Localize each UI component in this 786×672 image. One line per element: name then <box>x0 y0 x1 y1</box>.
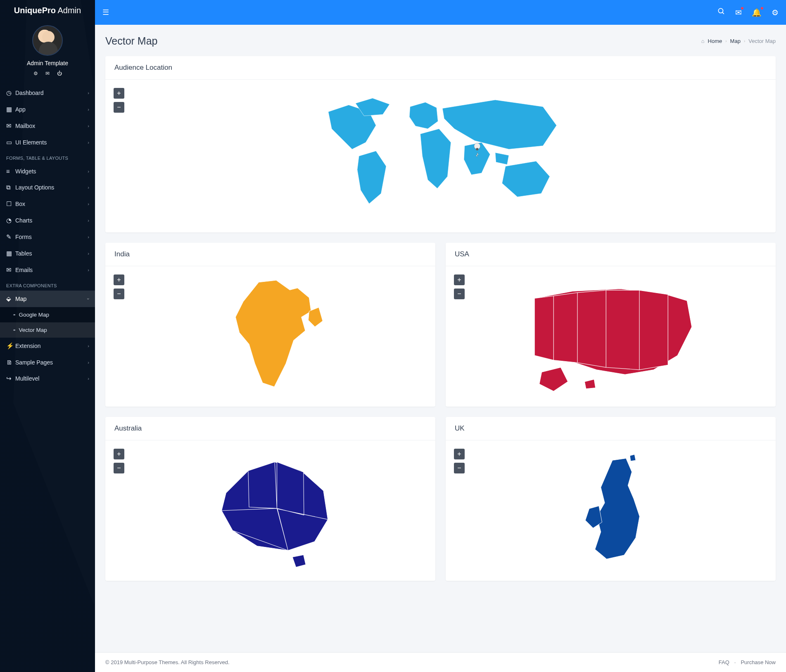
sidebar-item-widgets[interactable]: ≡Widgets› <box>0 163 95 179</box>
zoom-in-button[interactable]: + <box>454 274 465 285</box>
sidebar-item-mailbox[interactable]: ✉Mailbox› <box>0 118 95 134</box>
share-icon: ↪ <box>6 375 15 382</box>
sidebar-item-app[interactable]: ▦App› <box>0 101 95 118</box>
card-title: Audience Location <box>105 56 776 80</box>
badge-dot <box>761 7 763 9</box>
footer: © 2019 Multi-Purpose Themes. All Rights … <box>95 652 786 672</box>
chevron-right-icon: › <box>725 39 727 43</box>
chevron-right-icon: › <box>88 360 89 365</box>
card-australia: Australia + − <box>105 417 435 581</box>
gear-icon[interactable]: ⚙ <box>33 71 38 76</box>
dots-icon: ••• <box>13 313 14 317</box>
zoom-out-button[interactable]: − <box>114 102 124 113</box>
breadcrumb-map[interactable]: Map <box>730 38 741 44</box>
chevron-right-icon: › <box>88 140 89 145</box>
footer-purchase-link[interactable]: Purchase Now <box>741 659 776 665</box>
nav-header-forms: FORMS, TABLE & LAYOUTS <box>0 151 95 163</box>
dots-icon: ••• <box>13 328 14 332</box>
laptop-icon: ▭ <box>6 139 15 146</box>
chevron-right-icon: › <box>88 218 89 223</box>
svg-line-1 <box>722 12 724 14</box>
chevron-right-icon: › <box>88 169 89 174</box>
list-icon: ≡ <box>6 168 15 175</box>
sidebar-item-multilevel[interactable]: ↪Multilevel› <box>0 370 95 387</box>
card-title: India <box>105 243 435 266</box>
chevron-right-icon: › <box>88 251 89 256</box>
chevron-right-icon: › <box>88 267 89 272</box>
uk-map[interactable] <box>454 449 767 573</box>
edit-icon: ✎ <box>6 233 15 241</box>
search-icon[interactable] <box>717 7 725 17</box>
topbar: ☰ ✉ 🔔 ⚙ <box>95 0 786 25</box>
square-icon: ☐ <box>6 200 15 208</box>
sidebar-item-ui[interactable]: ▭UI Elements› <box>0 134 95 151</box>
power-icon[interactable]: ⏻ <box>57 71 62 76</box>
zoom-out-button[interactable]: − <box>454 289 465 299</box>
sidebar-item-extension[interactable]: ⚡Extension› <box>0 338 95 354</box>
zoom-out-button[interactable]: − <box>114 289 124 299</box>
mail-icon[interactable]: ✉ <box>735 8 742 17</box>
sidebar-item-layout[interactable]: ⧉Layout Options› <box>0 179 95 196</box>
avatar[interactable] <box>32 25 63 56</box>
chevron-right-icon: › <box>744 39 745 43</box>
user-panel: Admin Template ⚙ ✉ ⏻ <box>0 21 95 85</box>
user-name: Admin Template <box>0 60 95 66</box>
zoom-in-button[interactable]: + <box>454 449 465 459</box>
nav-header-extra: EXTRA COMPONENTS <box>0 278 95 291</box>
sidebar-item-charts[interactable]: ◔Charts› <box>0 212 95 229</box>
sidebar-subitem-google-map[interactable]: •••Google Map <box>0 307 95 322</box>
home-icon: ⌂ <box>701 38 705 44</box>
sidebar-item-dashboard[interactable]: ◷Dashboard› <box>0 85 95 101</box>
zoom-in-button[interactable]: + <box>114 274 124 285</box>
australia-map[interactable] <box>114 449 427 573</box>
mail-icon[interactable]: ✉ <box>45 71 50 76</box>
map-icon: ⬙ <box>6 295 15 303</box>
zoom-out-button[interactable]: − <box>454 463 465 473</box>
pie-icon: ◔ <box>6 217 15 224</box>
chevron-right-icon: › <box>88 234 89 239</box>
zoom-in-button[interactable]: + <box>114 449 124 459</box>
world-map[interactable] <box>114 88 767 224</box>
breadcrumb-home[interactable]: Home <box>708 38 722 44</box>
sidebar-item-tables[interactable]: ▦Tables› <box>0 245 95 262</box>
usa-map[interactable] <box>454 274 767 398</box>
menu-toggle-icon[interactable]: ☰ <box>102 8 109 17</box>
bell-icon[interactable]: 🔔 <box>752 8 762 17</box>
copy-icon: ⧉ <box>6 184 15 191</box>
bolt-icon: ⚡ <box>6 342 15 350</box>
svg-point-2 <box>476 148 478 151</box>
settings-icon[interactable]: ⚙ <box>772 8 779 17</box>
sidebar-item-box[interactable]: ☐Box› <box>0 196 95 212</box>
zoom-in-button[interactable]: + <box>114 88 124 99</box>
dashboard-icon: ◷ <box>6 89 15 97</box>
table-icon: ▦ <box>6 250 15 257</box>
sidebar-item-sample[interactable]: 🗎Sample Pages› <box>0 354 95 370</box>
sidebar-item-emails[interactable]: ✉Emails› <box>0 262 95 278</box>
sidebar: UniquePro Admin Admin Template ⚙ ✉ ⏻ ◷Da… <box>0 0 95 672</box>
sidebar-item-map[interactable]: ⬙Map› <box>0 291 95 307</box>
chevron-right-icon: › <box>88 376 89 381</box>
card-uk: UK + − <box>446 417 776 581</box>
chevron-down-icon: › <box>86 298 91 300</box>
chevron-right-icon: › <box>88 107 89 112</box>
chevron-right-icon: › <box>88 201 89 206</box>
sidebar-nav: ◷Dashboard› ▦App› ✉Mailbox› ▭UI Elements… <box>0 85 95 672</box>
breadcrumb-current: Vector Map <box>748 38 776 44</box>
file-icon: 🗎 <box>6 359 15 366</box>
card-title: UK <box>446 417 776 440</box>
sidebar-subitem-vector-map[interactable]: •••Vector Map <box>0 322 95 338</box>
chevron-right-icon: › <box>88 343 89 348</box>
page-title: Vector Map <box>105 35 157 47</box>
sidebar-item-forms[interactable]: ✎Forms› <box>0 229 95 245</box>
breadcrumb: ⌂ Home › Map › Vector Map <box>701 38 776 44</box>
chevron-right-icon: › <box>88 123 89 128</box>
card-usa: USA + − <box>446 243 776 407</box>
india-map[interactable] <box>114 274 427 398</box>
zoom-out-button[interactable]: − <box>114 463 124 473</box>
chevron-right-icon: › <box>88 90 89 95</box>
badge-dot <box>741 7 743 9</box>
footer-faq-link[interactable]: FAQ <box>719 659 729 665</box>
card-india: India + − <box>105 243 435 407</box>
card-title: USA <box>446 243 776 266</box>
brand-logo[interactable]: UniquePro Admin <box>0 0 95 21</box>
